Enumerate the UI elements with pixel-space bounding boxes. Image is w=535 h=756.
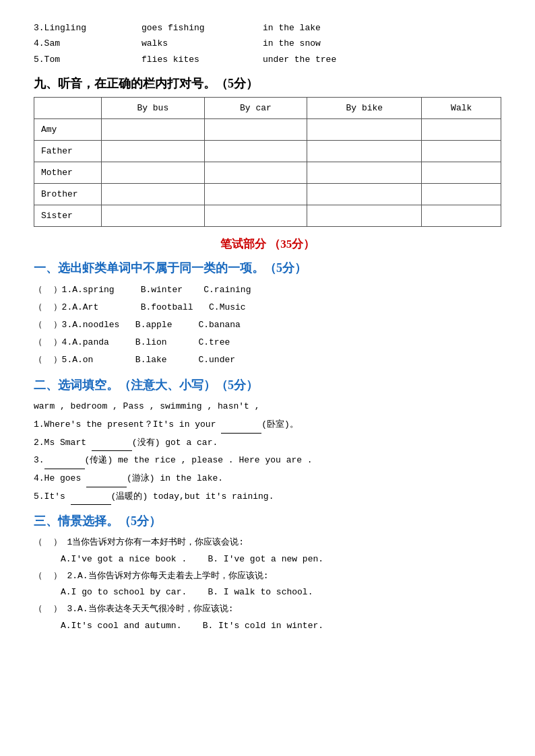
cell-brother-bus bbox=[102, 184, 205, 205]
fill-line-5: 5.It's (温暖的) today,but it's raining. bbox=[34, 489, 501, 506]
cell-father-car bbox=[204, 141, 307, 162]
table-row: Brother bbox=[34, 184, 501, 205]
intro-col1: 4.Sam bbox=[34, 36, 141, 51]
intro-col3: in the lake bbox=[263, 20, 321, 36]
choice-num-5: 5.A.on B.lake C.under bbox=[62, 351, 235, 369]
table-header-row: By bus By car By bike Walk bbox=[34, 98, 501, 119]
cell-sister-walk bbox=[422, 205, 501, 227]
scenario-prompt-3: 3.A.当你表达冬天天气很冷时，你应该说: bbox=[67, 604, 233, 614]
scenario-options-1: A.I've got a nice book . B. I've got a n… bbox=[34, 551, 501, 568]
choice-num-4: 4.A.panda B.lion C.tree bbox=[62, 334, 230, 351]
fill-line-4: 4.He goes (游泳) in the lake. bbox=[34, 471, 501, 487]
cell-amy-bus bbox=[102, 119, 205, 141]
table-row: Father bbox=[34, 141, 501, 162]
listen-table: By bus By car By bike Walk Amy Father Mo… bbox=[34, 97, 501, 227]
blank-3 bbox=[44, 458, 85, 469]
scenario-row-3: （ ） 3.A.当你表达冬天天气很冷时，你应该说: bbox=[34, 601, 501, 618]
section1-choices: （ ） 1.A.spring B.winter C.raining （ ） 2.… bbox=[34, 281, 501, 369]
choice-row-2: （ ） 2.A.Art B.football C.Music bbox=[34, 299, 501, 316]
written-title: 笔试部分 （35分） bbox=[34, 236, 501, 252]
intro-col3: under the tree bbox=[263, 52, 336, 67]
section3-scenarios: （ ） 1当你告诉对方你有一本好书时，你应该会说: A.I've got a n… bbox=[34, 535, 501, 634]
bracket-2: （ ） bbox=[34, 299, 62, 316]
section1-header: 一、选出虾类单词中不属于同一类的一项。（5分） bbox=[34, 260, 501, 276]
cell-mother-bus bbox=[102, 162, 205, 184]
scenario-row-2: （ ） 2.A.当你告诉对方你每天走着去上学时，你应该说: bbox=[34, 568, 501, 585]
bracket-4: （ ） bbox=[34, 334, 62, 351]
section9-header: 九、听音，在正确的栏内打对号。（5分） bbox=[34, 75, 501, 92]
row-brother: Brother bbox=[34, 184, 102, 205]
cell-sister-car bbox=[204, 205, 307, 227]
bracket-s1: （ ） bbox=[34, 537, 62, 547]
table-header-bycar: By car bbox=[204, 98, 307, 119]
scenario-prompt-1: 1当你告诉对方你有一本好书时，你应该会说: bbox=[67, 537, 244, 547]
choice-num-3: 3.A.noodles B.apple C.banana bbox=[62, 316, 241, 334]
choice-row-3: （ ） 3.A.noodles B.apple C.banana bbox=[34, 316, 501, 334]
bracket-1: （ ） bbox=[34, 281, 62, 299]
intro-col1: 3.Lingling bbox=[34, 20, 141, 36]
choice-row-4: （ ） 4.A.panda B.lion C.tree bbox=[34, 334, 501, 351]
intro-col2: flies kites bbox=[141, 52, 263, 67]
cell-amy-car bbox=[204, 119, 307, 141]
table-row: Mother bbox=[34, 162, 501, 184]
intro-line-4: 4.Sam walks in the snow bbox=[34, 36, 501, 51]
bracket-3: （ ） bbox=[34, 316, 62, 334]
fill-line-3: 3.(传递) me the rice , please . Here you a… bbox=[34, 452, 501, 469]
fill-line-1: 1.Where's the present？It's in your (卧室)。 bbox=[34, 417, 501, 434]
section2-fill: warm , bedroom , Pass , swimming , hasn'… bbox=[34, 399, 501, 505]
scenario-opt-2a: A.I go to school by car. B. I walk to sc… bbox=[61, 587, 313, 597]
fill-line-2: 2.Ms Smart (没有) got a car. bbox=[34, 435, 501, 452]
cell-mother-bike bbox=[307, 162, 422, 184]
row-sister: Sister bbox=[34, 205, 102, 227]
table-row: Amy bbox=[34, 119, 501, 141]
bracket-s3: （ ） bbox=[34, 604, 62, 614]
row-amy: Amy bbox=[34, 119, 102, 141]
table-header-bybike: By bike bbox=[307, 98, 422, 119]
row-mother: Mother bbox=[34, 162, 102, 184]
scenario-opt-1a: A.I've got a nice book . B. I've got a n… bbox=[61, 554, 323, 564]
cell-father-walk bbox=[422, 141, 501, 162]
cell-father-bus bbox=[102, 141, 205, 162]
bracket-5: （ ） bbox=[34, 351, 62, 369]
cell-sister-bike bbox=[307, 205, 422, 227]
table-row: Sister bbox=[34, 205, 501, 227]
table-header-bybus: By bus bbox=[102, 98, 205, 119]
intro-col2: walks bbox=[141, 36, 263, 51]
intro-col2: goes fishing bbox=[141, 20, 263, 36]
blank-5 bbox=[71, 494, 111, 505]
table-header-empty bbox=[34, 98, 102, 119]
choice-num-1: 1.A.spring B.winter C.raining bbox=[62, 281, 251, 299]
cell-amy-bike bbox=[307, 119, 422, 141]
intro-col1: 5.Tom bbox=[34, 52, 141, 67]
choice-row-5: （ ） 5.A.on B.lake C.under bbox=[34, 351, 501, 369]
blank-4 bbox=[86, 477, 127, 487]
table-header-walk: Walk bbox=[422, 98, 501, 119]
cell-brother-bike bbox=[307, 184, 422, 205]
scenario-row-1: （ ） 1当你告诉对方你有一本好书时，你应该会说: bbox=[34, 535, 501, 551]
intro-col3: in the snow bbox=[263, 36, 321, 51]
scenario-opt-3a: A.It's cool and autumn. B. It's cold in … bbox=[61, 621, 323, 631]
row-father: Father bbox=[34, 141, 102, 162]
cell-father-bike bbox=[307, 141, 422, 162]
cell-brother-car bbox=[204, 184, 307, 205]
section2-header: 二、选词填空。（注意大、小写）（5分） bbox=[34, 377, 501, 393]
intro-lines: 3.Lingling goes fishing in the lake 4.Sa… bbox=[34, 20, 501, 67]
choice-num-2: 2.A.Art B.football C.Music bbox=[62, 299, 246, 316]
scenario-options-3: A.It's cool and autumn. B. It's cold in … bbox=[34, 618, 501, 635]
intro-line-3: 3.Lingling goes fishing in the lake bbox=[34, 20, 501, 36]
intro-line-5: 5.Tom flies kites under the tree bbox=[34, 52, 501, 67]
choice-row-1: （ ） 1.A.spring B.winter C.raining bbox=[34, 281, 501, 299]
cell-sister-bus bbox=[102, 205, 205, 227]
scenario-prompt-2: 2.A.当你告诉对方你每天走着去上学时，你应该说: bbox=[67, 571, 268, 581]
section3-header: 三、情景选择。（5分） bbox=[34, 513, 501, 529]
cell-amy-walk bbox=[422, 119, 501, 141]
blank-2 bbox=[92, 440, 132, 451]
scenario-options-2: A.I go to school by car. B. I walk to sc… bbox=[34, 584, 501, 601]
bracket-s2: （ ） bbox=[34, 571, 62, 581]
blank-1 bbox=[221, 423, 261, 434]
word-bank: warm , bedroom , Pass , swimming , hasn'… bbox=[34, 399, 501, 415]
cell-brother-walk bbox=[422, 184, 501, 205]
cell-mother-car bbox=[204, 162, 307, 184]
cell-mother-walk bbox=[422, 162, 501, 184]
